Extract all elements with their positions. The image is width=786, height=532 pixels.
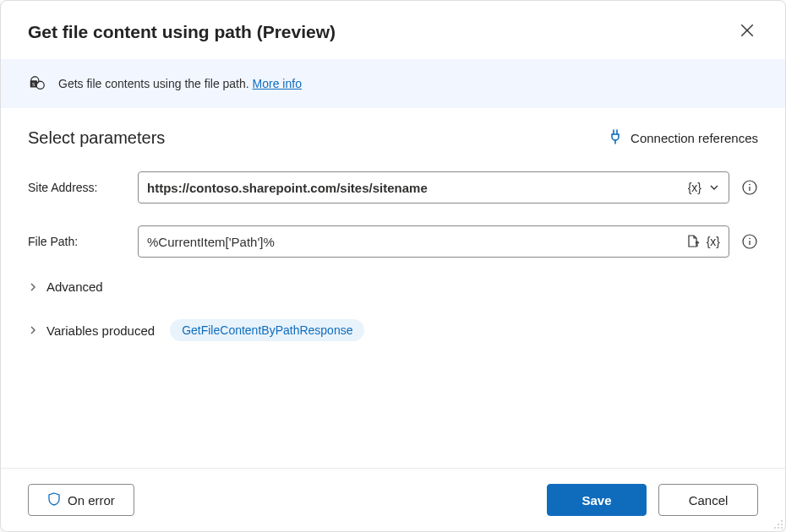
cancel-label: Cancel bbox=[689, 493, 729, 508]
chevron-right-icon bbox=[28, 325, 38, 335]
resize-grip-icon[interactable] bbox=[772, 518, 783, 529]
info-icon[interactable] bbox=[741, 233, 758, 250]
svg-point-20 bbox=[778, 527, 779, 529]
param-row-site-address: Site Address: {x} bbox=[28, 171, 758, 204]
svg-point-3 bbox=[36, 81, 44, 89]
svg-point-10 bbox=[749, 184, 751, 186]
svg-point-21 bbox=[781, 527, 783, 529]
param-row-file-path: File Path: {x} bbox=[28, 225, 758, 258]
dialog-content: Select parameters Connection references … bbox=[1, 108, 785, 468]
on-error-button[interactable]: On error bbox=[28, 484, 134, 516]
variable-picker-icon[interactable]: {x} bbox=[688, 181, 701, 194]
dialog-header: Get file content using path (Preview) bbox=[1, 1, 785, 59]
dialog-title: Get file content using path (Preview) bbox=[28, 22, 336, 42]
svg-point-19 bbox=[774, 527, 776, 529]
advanced-label: Advanced bbox=[46, 280, 103, 294]
advanced-expander[interactable]: Advanced bbox=[28, 280, 758, 294]
chevron-right-icon bbox=[28, 282, 38, 292]
variable-pill[interactable]: GetFileContentByPathResponse bbox=[170, 319, 364, 341]
file-path-input[interactable] bbox=[147, 235, 680, 249]
plug-icon bbox=[609, 129, 622, 147]
shield-icon bbox=[47, 492, 61, 508]
site-address-input[interactable] bbox=[147, 181, 681, 195]
connection-references-label: Connection references bbox=[630, 131, 758, 145]
save-label: Save bbox=[581, 493, 611, 508]
more-info-link[interactable]: More info bbox=[253, 77, 302, 90]
file-path-input-wrap[interactable]: {x} bbox=[138, 225, 729, 258]
variables-produced-label: Variables produced bbox=[46, 323, 155, 338]
variables-produced-expander[interactable]: Variables produced GetFileContentByPathR… bbox=[28, 319, 758, 341]
site-address-input-wrap[interactable]: {x} bbox=[138, 171, 729, 204]
file-picker-icon[interactable] bbox=[686, 234, 700, 249]
info-icon[interactable] bbox=[741, 179, 758, 196]
svg-point-16 bbox=[781, 520, 783, 522]
close-icon bbox=[740, 23, 755, 41]
connection-references-link[interactable]: Connection references bbox=[609, 129, 758, 147]
svg-point-14 bbox=[749, 238, 751, 240]
on-error-label: On error bbox=[68, 493, 115, 508]
site-address-label: Site Address: bbox=[28, 181, 138, 194]
dialog-footer: On error Save Cancel bbox=[1, 468, 785, 531]
close-button[interactable] bbox=[736, 19, 758, 44]
save-button[interactable]: Save bbox=[547, 484, 647, 516]
info-banner-desc: Gets file contents using the file path. bbox=[58, 77, 253, 90]
cancel-button[interactable]: Cancel bbox=[658, 484, 758, 516]
file-path-label: File Path: bbox=[28, 235, 138, 248]
section-title: Select parameters bbox=[28, 128, 165, 148]
chevron-down-icon[interactable] bbox=[708, 182, 720, 193]
dialog: Get file content using path (Preview) S … bbox=[0, 0, 786, 532]
info-banner: S Gets file contents using the file path… bbox=[1, 59, 785, 108]
svg-point-18 bbox=[781, 524, 783, 525]
info-banner-text: Gets file contents using the file path. … bbox=[58, 77, 302, 90]
variable-picker-icon[interactable]: {x} bbox=[707, 235, 720, 248]
svg-text:S: S bbox=[32, 81, 35, 87]
svg-point-17 bbox=[778, 524, 779, 525]
sharepoint-icon: S bbox=[28, 74, 46, 93]
footer-right: Save Cancel bbox=[547, 484, 758, 516]
section-header: Select parameters Connection references bbox=[28, 128, 758, 148]
